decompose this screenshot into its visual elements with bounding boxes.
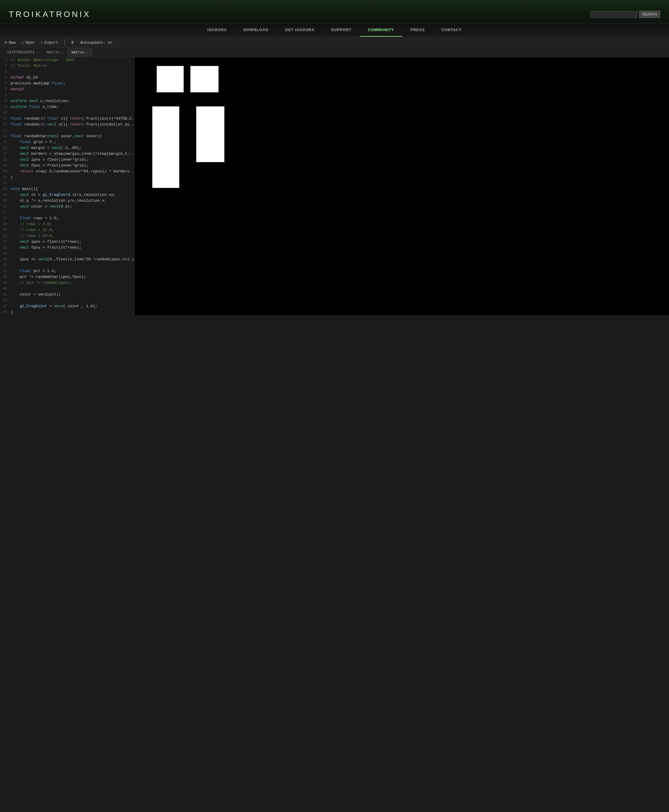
code-line-43: 43 gl_FragColor = vec4( color , 1.0); [0, 303, 135, 309]
code-line-37: 37 float pct = 1.0; [0, 268, 135, 274]
code-line-4: 4 #ifdef GL_ES [0, 75, 135, 81]
white-square-2 [190, 66, 219, 92]
white-square-1 [157, 66, 184, 92]
code-line-26: 26 vec3 color = vec3(0.0); [0, 204, 135, 210]
code-line-2: 2 // Title: Matrix [0, 63, 135, 69]
code-line-36: 36 [0, 262, 135, 268]
site-logo: TROIKATRONIX [9, 10, 91, 19]
nav-item-download[interactable]: DOWNLOAD [235, 24, 277, 37]
code-line-5: 5 precision mediump float; [0, 81, 135, 86]
tab-3-close[interactable]: ✕ [86, 51, 88, 54]
export-icon: ⇑ [40, 40, 43, 45]
tabs-bar: 1470756241071 ✕ matrix ✕ matrix ✕ [0, 48, 669, 57]
nav-item-get-isadora[interactable]: GET ISADORA [277, 24, 323, 37]
code-line-39: 39 // pct *= random(ipos); [0, 280, 135, 286]
export-label: Export [45, 40, 58, 45]
code-line-33: 33 vec2 fpos = fract(st*rows); [0, 245, 135, 251]
export-button[interactable]: ⇑ Export [40, 40, 58, 45]
code-line-7: 7 [0, 92, 135, 98]
pause-icon: ⏸ [71, 40, 74, 45]
code-line-15: 15 float grid = 5.; [0, 139, 135, 145]
search-button[interactable]: SEARCH [639, 11, 660, 18]
code-line-30: 30 // rows = 12.0; [0, 227, 135, 233]
nav-item-press[interactable]: PRESS [402, 24, 433, 37]
code-line-14: 14 float randomChar(vec2 outer,vec2 inne… [0, 133, 135, 139]
white-square-5 [196, 134, 224, 162]
code-line-38: 38 pct *= randomChar(ipos,fpos); [0, 274, 135, 280]
code-line-11: 11 float random(in float x){ return frac… [0, 116, 135, 122]
editor-main: 1 // Author @patriciogv - 2015 2 // Titl… [0, 57, 669, 315]
code-line-21: 21 } [0, 174, 135, 180]
white-square-4 [196, 106, 224, 134]
code-line-25: 25 st.y *= u_resolution.y/u_resolution.x… [0, 198, 135, 204]
code-line-31: 31 // rows = 24.0; [0, 233, 135, 239]
white-square-3 [152, 106, 179, 134]
code-line-1: 1 // Author @patriciogv - 2015 [0, 57, 135, 63]
nav-item-community[interactable]: COMMUNITY [360, 24, 402, 37]
code-line-28: 28 float rows = 1.0; [0, 216, 135, 221]
code-line-22: 22 [0, 180, 135, 186]
code-line-13: 13 [0, 128, 135, 133]
tab-3-label: matrix [71, 51, 84, 54]
tab-3[interactable]: matrix ✕ [67, 48, 92, 57]
preview-area [135, 57, 669, 315]
main-nav: ISADORA DOWNLOAD GET ISADORA SUPPORT COM… [0, 24, 669, 37]
toolbar-separator [64, 40, 65, 45]
code-line-16: 16 vec2 margin = vec2(.2,.05); [0, 145, 135, 151]
code-line-6: 6 #endif [0, 86, 135, 92]
white-square-7 [152, 162, 179, 188]
tab-1-label: 1470756241071 [7, 51, 35, 54]
autoupdate-status: Autoupdate: on [80, 40, 112, 45]
new-button[interactable]: ⊙ New [5, 40, 15, 45]
code-line-12: 12 float random(in vec2 st){ return frac… [0, 122, 135, 128]
tab-1-close[interactable]: ✕ [36, 51, 39, 54]
code-line-19: 19 vec2 fpos = fract(inner*grid); [0, 163, 135, 168]
search-input[interactable] [590, 11, 637, 18]
code-line-20: 20 return step(.5,random(outer*64.+ipos)… [0, 168, 135, 174]
code-line-27: 27 [0, 210, 135, 216]
matrix-canvas [135, 57, 669, 233]
nav-item-support[interactable]: SUPPORT [323, 24, 360, 37]
code-line-35: 35 ipos += vec2(0.,floor(u_time*20.*rand… [0, 256, 135, 262]
open-label: Open [25, 40, 35, 45]
tab-2[interactable]: matrix ✕ [42, 48, 67, 57]
code-line-23: 23 void main(){ [0, 186, 135, 192]
tab-1[interactable]: 1470756241071 ✕ [3, 48, 42, 57]
new-label: New [9, 40, 15, 45]
code-line-32: 32 vec2 ipos = floor(st*rows); [0, 239, 135, 245]
code-editor[interactable]: 1 // Author @patriciogv - 2015 2 // Titl… [0, 57, 135, 315]
tab-2-close[interactable]: ✕ [61, 51, 63, 54]
pause-button[interactable]: ⏸ [71, 40, 74, 45]
open-button[interactable]: ⇓ Open [21, 40, 35, 45]
nav-item-contact[interactable]: CONTACT [433, 24, 470, 37]
editor-toolbar: ⊙ New ⇓ Open ⇑ Export ⏸ Autoupdate: on [0, 37, 669, 48]
code-line-3: 3 [0, 69, 135, 75]
code-line-9: 9 uniform float u_time; [0, 104, 135, 110]
code-line-34: 34 [0, 251, 135, 256]
code-line-17: 17 vec2 borders = step(margin,inner)*ste… [0, 151, 135, 157]
code-line-42: 42 [0, 298, 135, 303]
code-line-44: 44 } [0, 309, 135, 315]
open-icon: ⇓ [21, 40, 24, 45]
code-line-40: 40 [0, 286, 135, 291]
search-area: SEARCH [590, 11, 660, 18]
code-line-10: 10 [0, 110, 135, 116]
header: TROIKATRONIX SEARCH [0, 0, 669, 24]
tab-2-label: matrix [47, 51, 59, 54]
new-icon: ⊙ [5, 40, 7, 45]
code-line-24: 24 vec2 st = gl_FragCoord.st/u_resolutio… [0, 192, 135, 198]
code-line-8: 8 uniform vec2 u_resolution; [0, 98, 135, 104]
code-line-41: 41 color = vec3(pct); [0, 291, 135, 298]
nav-item-isadora[interactable]: ISADORA [199, 24, 235, 37]
code-line-18: 18 vec2 ipos = floor(inner*grid); [0, 157, 135, 163]
white-square-6 [152, 134, 179, 162]
code-line-29: 29 // rows = 3.0; [0, 221, 135, 227]
